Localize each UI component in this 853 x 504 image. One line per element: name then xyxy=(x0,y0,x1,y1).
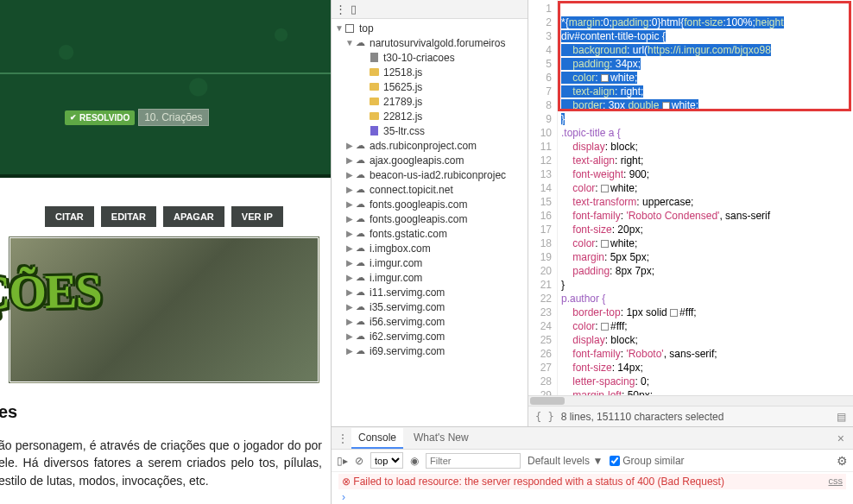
editor-status-bar: { } 8 lines, 151110 characters selected … xyxy=(528,406,853,426)
tree-file[interactable]: 15625.js xyxy=(332,79,528,94)
clear-icon[interactable]: ⊘ xyxy=(355,455,363,467)
devtools-panel: ⋮ ▯ ▼top ▼☁narutosurvivalgold.forumeiros… xyxy=(331,0,853,504)
kebab-icon[interactable]: ⋮ xyxy=(337,432,348,445)
levels-select[interactable]: Default levels ▼ xyxy=(528,455,603,467)
tree-file[interactable]: t30-10-criacoes xyxy=(332,50,528,65)
tree-cloud[interactable]: ▶☁fonts.googleapis.com xyxy=(332,211,528,226)
group-similar-toggle[interactable]: Group similar xyxy=(610,453,684,469)
filter-input[interactable] xyxy=(426,453,521,469)
console-output[interactable]: ⊗ Failed to load resource: the server re… xyxy=(332,472,853,504)
tree-cloud[interactable]: ▶☁ads.rubiconproject.com xyxy=(332,138,528,153)
drawer-tabs: ⋮ Console What's New × xyxy=(332,427,853,450)
post-action-row: CITAR EDITAR APAGAR VER IP xyxy=(45,206,283,227)
coverage-icon[interactable]: ▤ xyxy=(837,411,846,423)
tree-file[interactable]: 22812.js xyxy=(332,109,528,123)
tree-cloud[interactable]: ▶☁i62.servimg.com xyxy=(332,329,528,343)
tree-cloud[interactable]: ▶☁i56.servimg.com xyxy=(332,314,528,329)
tree-cloud[interactable]: ▶☁i.imgur.com xyxy=(332,255,528,270)
editar-button[interactable]: EDITAR xyxy=(101,206,156,227)
selection-status: 8 lines, 151110 characters selected xyxy=(561,411,724,423)
tree-cloud[interactable]: ▶☁i11.servimg.com xyxy=(332,285,528,299)
page-header: RESOLVIDO 10. Criações xyxy=(0,0,331,178)
tree-file[interactable]: 35-ltr.css xyxy=(332,123,528,138)
citar-button[interactable]: CITAR xyxy=(45,206,94,227)
code-editor[interactable]: 1234567891011121314151617181920212223242… xyxy=(528,0,853,426)
close-icon[interactable]: × xyxy=(834,432,848,445)
tree-cloud[interactable]: ▶☁fonts.gstatic.com xyxy=(332,226,528,241)
article-paragraph: ão personagem, é através de criações que… xyxy=(0,437,322,489)
tree-toolbar: ⋮ ▯ xyxy=(332,0,528,19)
gear-icon[interactable]: ⚙ xyxy=(837,454,848,468)
tree-cloud[interactable]: ▶☁i.imgbox.com xyxy=(332,241,528,255)
tab-console[interactable]: Console xyxy=(351,428,403,449)
eye-icon[interactable]: ▯▸ xyxy=(337,455,348,467)
tree-top[interactable]: ▼top xyxy=(332,21,528,35)
tree-cloud[interactable]: ▶☁connect.topicit.net xyxy=(332,182,528,197)
console-toolbar: ▯▸ ⊘ top ◉ Default levels ▼ Group simila… xyxy=(332,450,853,472)
tree-file[interactable]: 21789.js xyxy=(332,94,528,109)
sources-file-tree[interactable]: ⋮ ▯ ▼top ▼☁narutosurvivalgold.forumeiros… xyxy=(332,0,528,426)
tab-whatsnew[interactable]: What's New xyxy=(407,428,476,449)
tree-domain[interactable]: ▼☁narutosurvivalgold.forumeiros xyxy=(332,35,528,50)
console-drawer: ⋮ Console What's New × ▯▸ ⊘ top ◉ Defaul… xyxy=(332,426,853,504)
article-heading: es xyxy=(0,400,322,425)
error-source-link[interactable]: css xyxy=(829,476,844,486)
tree-cloud[interactable]: ▶☁i35.servimg.com xyxy=(332,299,528,314)
braces-icon[interactable]: { } xyxy=(535,411,554,423)
resolved-badge: RESOLVIDO xyxy=(65,110,135,125)
line-gutter: 1234567891011121314151617181920212223242… xyxy=(528,0,558,395)
tree-cloud[interactable]: ▶☁beacon-us-iad2.rubiconprojec xyxy=(332,167,528,182)
tree-cloud[interactable]: ▶☁fonts.googleapis.com xyxy=(332,197,528,211)
topic-title[interactable]: 10. Criações xyxy=(138,109,208,126)
code-hscroll[interactable] xyxy=(528,395,853,406)
tree-file[interactable]: 12518.js xyxy=(332,65,528,79)
context-select[interactable]: top xyxy=(370,452,403,469)
tree-cloud[interactable]: ▶☁i.imgur.com xyxy=(332,270,528,285)
tree-cloud[interactable]: ▶☁ajax.googleapis.com xyxy=(332,153,528,167)
console-prompt[interactable]: › xyxy=(338,489,846,504)
code-content[interactable]: *{margin:0;padding:0}html{font-size:100%… xyxy=(558,0,853,395)
verip-button[interactable]: VER IP xyxy=(231,206,283,227)
banner-text: ÇÕES xyxy=(0,263,101,321)
kebab-icon[interactable]: ⋮ xyxy=(335,3,345,16)
eye-off-icon[interactable]: ◉ xyxy=(410,455,419,467)
apagar-button[interactable]: APAGAR xyxy=(163,206,224,227)
sidebar-icon[interactable]: ▯ xyxy=(351,3,357,16)
topic-title-bar: RESOLVIDO 10. Criações xyxy=(65,109,209,126)
webpage-panel: RESOLVIDO 10. Criações CITAR EDITAR APAG… xyxy=(0,0,331,504)
article-body: es ão personagem, é através de criações … xyxy=(0,400,322,489)
tree-cloud[interactable]: ▶☁i69.servimg.com xyxy=(332,343,528,358)
console-error[interactable]: ⊗ Failed to load resource: the server re… xyxy=(338,474,846,489)
